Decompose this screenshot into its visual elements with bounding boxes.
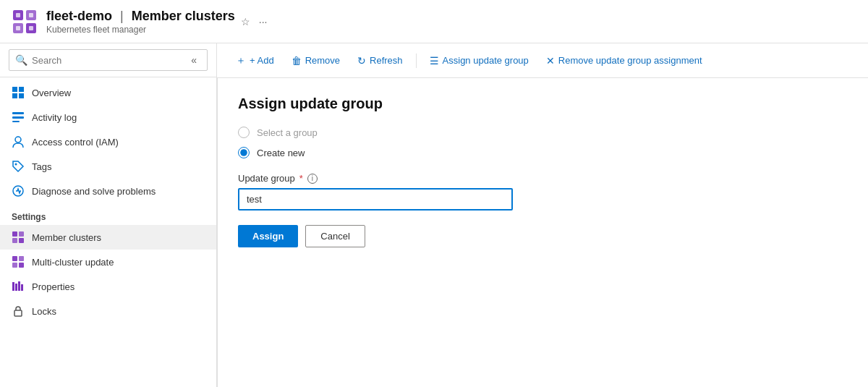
select-group-label: Select a group bbox=[257, 127, 318, 138]
svg-rect-24 bbox=[12, 263, 17, 268]
sidebar-item-label-diagnose: Diagnose and solve problems bbox=[32, 186, 156, 197]
properties-icon bbox=[12, 280, 25, 293]
svg-rect-27 bbox=[15, 284, 17, 291]
sidebar-item-locks[interactable]: Locks bbox=[0, 299, 216, 323]
locks-icon bbox=[12, 305, 25, 318]
sidebar-item-member-clusters[interactable]: Member clusters bbox=[0, 225, 216, 250]
svg-point-16 bbox=[15, 163, 17, 166]
settings-section-header: Settings bbox=[0, 203, 216, 225]
update-group-field: Update group * i bbox=[238, 173, 848, 210]
svg-rect-9 bbox=[19, 87, 24, 92]
favorite-icon[interactable]: ☆ bbox=[241, 16, 250, 27]
sidebar: 🔍 « Overview Activity log bbox=[0, 43, 217, 387]
remove-assignment-button[interactable]: ✕ Remove update group assignment bbox=[539, 51, 710, 70]
svg-rect-20 bbox=[12, 238, 17, 243]
page-name: Member clusters bbox=[132, 9, 235, 23]
svg-rect-5 bbox=[29, 13, 33, 17]
remove-label: Remove bbox=[305, 55, 340, 66]
app-name: fleet-demo bbox=[46, 9, 112, 23]
update-group-label-text: Update group bbox=[238, 173, 295, 184]
header-title-group: fleet-demo | Member clusters Kubernetes … bbox=[46, 9, 235, 35]
sidebar-item-overview[interactable]: Overview bbox=[0, 80, 216, 105]
svg-rect-18 bbox=[12, 231, 17, 237]
remove-assignment-label: Remove update group assignment bbox=[558, 55, 702, 66]
refresh-label: Refresh bbox=[370, 55, 403, 66]
create-new-radio[interactable] bbox=[238, 147, 250, 158]
sidebar-item-label-multi-cluster: Multi-cluster update bbox=[32, 257, 114, 268]
svg-rect-22 bbox=[12, 256, 17, 261]
main-layout: 🔍 « Overview Activity log bbox=[0, 43, 868, 387]
collapse-button[interactable]: « bbox=[187, 53, 201, 67]
create-new-label: Create new bbox=[257, 148, 305, 158]
assign-update-group-label: Assign update group bbox=[443, 55, 529, 66]
sidebar-item-label-access-control: Access control (IAM) bbox=[32, 137, 119, 148]
update-group-label: Update group * i bbox=[238, 173, 848, 184]
sidebar-item-tags[interactable]: Tags bbox=[0, 154, 216, 179]
svg-rect-25 bbox=[19, 263, 24, 268]
radio-group: Select a group Create new bbox=[238, 127, 848, 158]
tags-icon bbox=[12, 160, 25, 173]
remove-button[interactable]: 🗑 Remove bbox=[284, 51, 347, 70]
cancel-button[interactable]: Cancel bbox=[305, 225, 365, 247]
panel-title: Assign update group bbox=[238, 95, 848, 112]
overview-icon bbox=[12, 86, 25, 99]
sidebar-item-access-control[interactable]: Access control (IAM) bbox=[0, 129, 216, 154]
svg-rect-21 bbox=[19, 238, 24, 243]
select-group-option[interactable]: Select a group bbox=[238, 127, 848, 138]
diagnose-icon bbox=[12, 184, 25, 197]
svg-rect-12 bbox=[12, 112, 24, 114]
search-icon: 🔍 bbox=[15, 54, 27, 66]
header-title-main: fleet-demo | Member clusters bbox=[46, 9, 235, 24]
app-logo bbox=[12, 9, 38, 35]
header-separator: | bbox=[120, 9, 124, 23]
update-group-input[interactable] bbox=[238, 188, 513, 210]
sidebar-search-area: 🔍 « bbox=[0, 43, 216, 77]
svg-rect-28 bbox=[18, 281, 20, 291]
sidebar-item-label-locks: Locks bbox=[32, 306, 56, 317]
sidebar-item-properties[interactable]: Properties bbox=[0, 274, 216, 299]
sidebar-item-multi-cluster-update[interactable]: Multi-cluster update bbox=[0, 250, 216, 274]
svg-rect-19 bbox=[19, 231, 24, 237]
sidebar-item-label-activity-log: Activity log bbox=[32, 112, 77, 123]
assign-update-icon: ☰ bbox=[430, 55, 439, 67]
svg-rect-13 bbox=[12, 116, 24, 119]
add-button[interactable]: ＋ + Add bbox=[229, 51, 281, 71]
sidebar-item-activity-log[interactable]: Activity log bbox=[0, 105, 216, 129]
svg-rect-10 bbox=[12, 93, 17, 98]
refresh-button[interactable]: ↻ Refresh bbox=[350, 51, 410, 70]
toolbar: ＋ + Add 🗑 Remove ↻ Refresh ☰ Assign upda… bbox=[217, 43, 868, 78]
assign-panel: Assign update group Select a group Creat… bbox=[217, 78, 868, 387]
svg-rect-30 bbox=[14, 310, 22, 316]
svg-rect-7 bbox=[29, 26, 33, 30]
sidebar-item-label-overview: Overview bbox=[32, 88, 71, 98]
add-label: + Add bbox=[250, 55, 274, 66]
action-buttons: Assign Cancel bbox=[238, 225, 848, 247]
refresh-icon: ↻ bbox=[357, 55, 366, 67]
sidebar-item-label-tags: Tags bbox=[32, 161, 51, 172]
svg-rect-8 bbox=[12, 87, 17, 92]
svg-rect-14 bbox=[12, 121, 20, 122]
activity-log-icon bbox=[12, 111, 25, 124]
toolbar-separator bbox=[416, 54, 417, 68]
sidebar-nav: Overview Activity log Access control (IA… bbox=[0, 77, 216, 326]
svg-point-15 bbox=[15, 137, 21, 143]
create-new-option[interactable]: Create new bbox=[238, 147, 848, 158]
more-icon[interactable]: ··· bbox=[259, 16, 268, 27]
search-input[interactable] bbox=[32, 55, 187, 66]
assign-button[interactable]: Assign bbox=[238, 225, 298, 247]
svg-rect-26 bbox=[12, 282, 14, 291]
assign-update-group-button[interactable]: ☰ Assign update group bbox=[422, 51, 536, 70]
svg-rect-6 bbox=[16, 26, 20, 30]
header-subtitle: Kubernetes fleet manager bbox=[46, 25, 235, 35]
info-icon[interactable]: i bbox=[307, 174, 318, 184]
svg-rect-23 bbox=[19, 256, 24, 261]
svg-rect-11 bbox=[19, 93, 24, 98]
add-icon: ＋ bbox=[236, 54, 246, 67]
content-area: ＋ + Add 🗑 Remove ↻ Refresh ☰ Assign upda… bbox=[217, 43, 868, 387]
member-clusters-icon bbox=[12, 231, 25, 244]
multi-cluster-icon bbox=[12, 255, 25, 268]
sidebar-item-diagnose[interactable]: Diagnose and solve problems bbox=[0, 179, 216, 203]
svg-rect-29 bbox=[21, 284, 23, 291]
access-control-icon bbox=[12, 135, 25, 148]
select-group-radio[interactable] bbox=[238, 127, 250, 138]
